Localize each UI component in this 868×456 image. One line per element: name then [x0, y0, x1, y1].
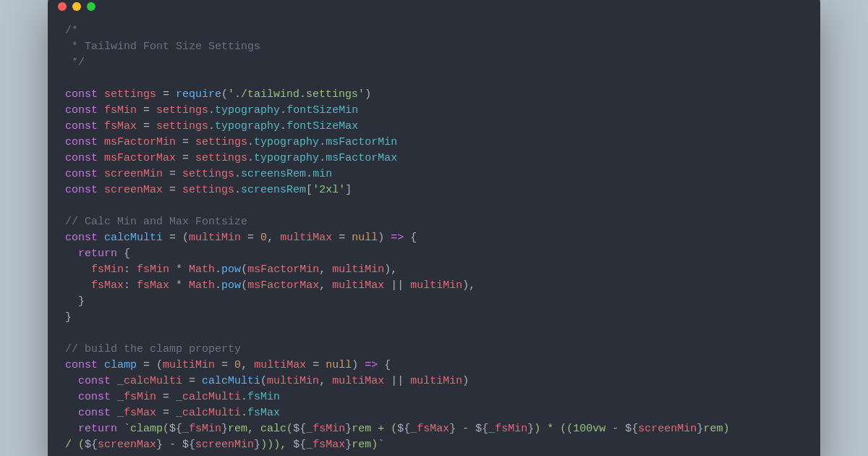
code-content: /* * Tailwind Font Size Settings */ cons… [65, 23, 820, 453]
comment-line: // Calc Min and Max Fontsize [65, 216, 247, 228]
zoom-icon[interactable] [87, 2, 95, 11]
function-call: require [176, 88, 221, 101]
window-titlebar [48, 0, 820, 17]
comment-line: // build the clamp property [65, 343, 241, 355]
close-icon[interactable] [58, 2, 67, 11]
code-editor: /* * Tailwind Font Size Settings */ cons… [48, 17, 820, 456]
code-window: /* * Tailwind Font Size Settings */ cons… [48, 0, 820, 456]
identifier: settings [104, 88, 156, 101]
operator: = [156, 88, 176, 101]
comment-line: * Tailwind Font Size Settings [65, 41, 260, 53]
comment-line: /* [65, 25, 78, 37]
comment-line: */ [65, 56, 85, 69]
keyword: const [65, 88, 98, 101]
minimize-icon[interactable] [72, 2, 81, 11]
string-literal: './tailwind.settings' [228, 88, 365, 101]
